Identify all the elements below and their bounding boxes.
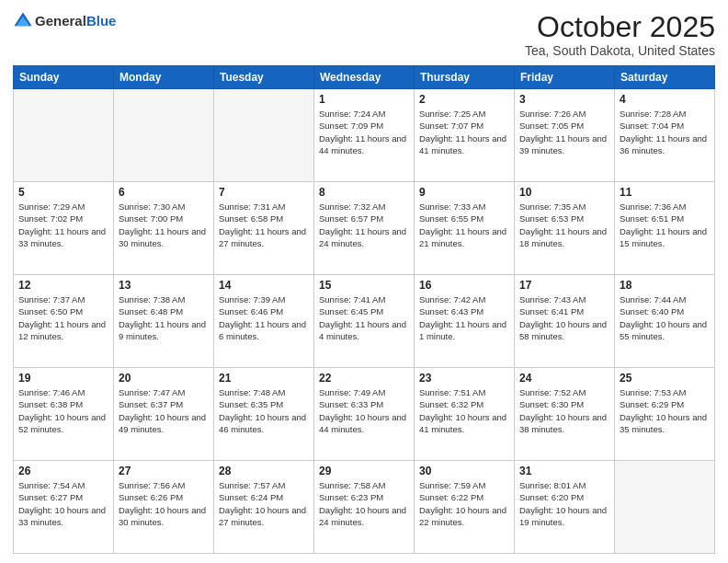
header-sunday: Sunday [14,66,114,89]
day-info: Sunrise: 7:48 AM Sunset: 6:35 PM Dayligh… [219,386,309,435]
day-number: 17 [519,279,609,292]
day-cell-12: 12Sunrise: 7:37 AM Sunset: 6:50 PM Dayli… [14,275,114,368]
day-cell-10: 10Sunrise: 7:35 AM Sunset: 6:53 PM Dayli… [515,182,615,275]
day-number: 21 [219,372,309,385]
header-tuesday: Tuesday [214,66,314,89]
day-cell-2: 2Sunrise: 7:25 AM Sunset: 7:07 PM Daylig… [415,89,515,182]
day-info: Sunrise: 7:26 AM Sunset: 7:05 PM Dayligh… [519,108,609,156]
day-cell-8: 8Sunrise: 7:32 AM Sunset: 6:57 PM Daylig… [314,182,415,275]
day-number: 25 [620,372,710,385]
day-cell-4: 4Sunrise: 7:28 AM Sunset: 7:04 PM Daylig… [615,89,715,182]
header: GeneralBlue October 2025 Tea, South Dako… [13,11,715,58]
week-row-4: 19Sunrise: 7:46 AM Sunset: 6:38 PM Dayli… [14,368,715,461]
header-monday: Monday [114,66,214,89]
day-info: Sunrise: 7:57 AM Sunset: 6:24 PM Dayligh… [219,479,309,528]
day-number: 28 [219,465,309,477]
empty-cell [14,89,114,182]
day-number: 15 [319,279,409,292]
day-number: 18 [620,279,710,292]
title-area: October 2025 Tea, South Dakota, United S… [525,11,715,58]
day-number: 29 [319,465,409,477]
day-cell-21: 21Sunrise: 7:48 AM Sunset: 6:35 PM Dayli… [214,368,314,461]
day-number: 3 [519,93,609,106]
day-number: 26 [18,465,108,477]
logo: GeneralBlue [13,11,116,31]
day-info: Sunrise: 7:35 AM Sunset: 6:53 PM Dayligh… [519,201,609,249]
day-info: Sunrise: 7:24 AM Sunset: 7:09 PM Dayligh… [319,108,409,156]
day-info: Sunrise: 7:53 AM Sunset: 6:29 PM Dayligh… [620,386,710,435]
calendar-table: Sunday Monday Tuesday Wednesday Thursday… [13,65,715,554]
day-number: 12 [18,279,108,292]
day-info: Sunrise: 7:39 AM Sunset: 6:46 PM Dayligh… [219,293,309,342]
day-info: Sunrise: 7:49 AM Sunset: 6:33 PM Dayligh… [319,386,409,435]
day-info: Sunrise: 7:56 AM Sunset: 6:26 PM Dayligh… [119,479,209,528]
header-friday: Friday [515,66,615,89]
day-info: Sunrise: 7:52 AM Sunset: 6:30 PM Dayligh… [519,386,609,435]
day-number: 7 [219,186,309,199]
empty-cell [114,89,214,182]
day-cell-7: 7Sunrise: 7:31 AM Sunset: 6:58 PM Daylig… [214,182,314,275]
day-cell-22: 22Sunrise: 7:49 AM Sunset: 6:33 PM Dayli… [314,368,415,461]
empty-cell [615,461,715,554]
day-cell-6: 6Sunrise: 7:30 AM Sunset: 7:00 PM Daylig… [114,182,214,275]
day-cell-25: 25Sunrise: 7:53 AM Sunset: 6:29 PM Dayli… [615,368,715,461]
day-info: Sunrise: 7:33 AM Sunset: 6:55 PM Dayligh… [419,201,509,249]
day-cell-9: 9Sunrise: 7:33 AM Sunset: 6:55 PM Daylig… [415,182,515,275]
calendar-page: GeneralBlue October 2025 Tea, South Dako… [0,0,728,563]
day-cell-16: 16Sunrise: 7:42 AM Sunset: 6:43 PM Dayli… [415,275,515,368]
day-cell-15: 15Sunrise: 7:41 AM Sunset: 6:45 PM Dayli… [314,275,415,368]
day-info: Sunrise: 7:59 AM Sunset: 6:22 PM Dayligh… [419,479,509,528]
month-title: October 2025 [525,11,715,43]
day-number: 16 [419,279,509,292]
day-number: 23 [419,372,509,385]
day-number: 1 [319,93,409,106]
day-number: 30 [419,465,509,477]
day-info: Sunrise: 7:41 AM Sunset: 6:45 PM Dayligh… [319,293,409,342]
day-number: 19 [18,372,108,385]
day-info: Sunrise: 7:29 AM Sunset: 7:02 PM Dayligh… [18,201,108,249]
day-cell-29: 29Sunrise: 7:58 AM Sunset: 6:23 PM Dayli… [314,461,415,554]
days-header-row: Sunday Monday Tuesday Wednesday Thursday… [14,66,715,89]
day-number: 14 [219,279,309,292]
logo-text: GeneralBlue [35,14,116,29]
day-number: 11 [620,186,710,199]
day-cell-14: 14Sunrise: 7:39 AM Sunset: 6:46 PM Dayli… [214,275,314,368]
day-info: Sunrise: 7:42 AM Sunset: 6:43 PM Dayligh… [419,293,509,342]
day-number: 20 [119,372,209,385]
day-number: 22 [319,372,409,385]
day-number: 27 [119,465,209,477]
day-cell-24: 24Sunrise: 7:52 AM Sunset: 6:30 PM Dayli… [515,368,615,461]
day-cell-19: 19Sunrise: 7:46 AM Sunset: 6:38 PM Dayli… [14,368,114,461]
day-number: 2 [419,93,509,106]
day-info: Sunrise: 7:32 AM Sunset: 6:57 PM Dayligh… [319,201,409,249]
header-thursday: Thursday [415,66,515,89]
day-number: 8 [319,186,409,199]
day-number: 13 [119,279,209,292]
day-info: Sunrise: 7:37 AM Sunset: 6:50 PM Dayligh… [18,293,108,342]
day-cell-13: 13Sunrise: 7:38 AM Sunset: 6:48 PM Dayli… [114,275,214,368]
day-cell-18: 18Sunrise: 7:44 AM Sunset: 6:40 PM Dayli… [615,275,715,368]
week-row-3: 12Sunrise: 7:37 AM Sunset: 6:50 PM Dayli… [14,275,715,368]
day-cell-28: 28Sunrise: 7:57 AM Sunset: 6:24 PM Dayli… [214,461,314,554]
day-info: Sunrise: 7:43 AM Sunset: 6:41 PM Dayligh… [519,293,609,342]
day-info: Sunrise: 7:30 AM Sunset: 7:00 PM Dayligh… [119,201,209,249]
logo-general: General [35,13,86,29]
logo-icon [13,11,33,31]
day-info: Sunrise: 7:28 AM Sunset: 7:04 PM Dayligh… [620,108,710,156]
day-cell-31: 31Sunrise: 8:01 AM Sunset: 6:20 PM Dayli… [515,461,615,554]
day-cell-26: 26Sunrise: 7:54 AM Sunset: 6:27 PM Dayli… [14,461,114,554]
day-info: Sunrise: 7:36 AM Sunset: 6:51 PM Dayligh… [620,201,710,249]
day-cell-5: 5Sunrise: 7:29 AM Sunset: 7:02 PM Daylig… [14,182,114,275]
day-cell-1: 1Sunrise: 7:24 AM Sunset: 7:09 PM Daylig… [314,89,415,182]
day-cell-27: 27Sunrise: 7:56 AM Sunset: 6:26 PM Dayli… [114,461,214,554]
day-info: Sunrise: 7:58 AM Sunset: 6:23 PM Dayligh… [319,479,409,528]
location: Tea, South Dakota, United States [525,43,715,58]
empty-cell [214,89,314,182]
day-number: 4 [620,93,710,106]
day-info: Sunrise: 7:25 AM Sunset: 7:07 PM Dayligh… [419,108,509,156]
day-info: Sunrise: 7:31 AM Sunset: 6:58 PM Dayligh… [219,201,309,249]
day-cell-11: 11Sunrise: 7:36 AM Sunset: 6:51 PM Dayli… [615,182,715,275]
day-info: Sunrise: 7:51 AM Sunset: 6:32 PM Dayligh… [419,386,509,435]
logo-blue: Blue [86,13,117,29]
header-saturday: Saturday [615,66,715,89]
